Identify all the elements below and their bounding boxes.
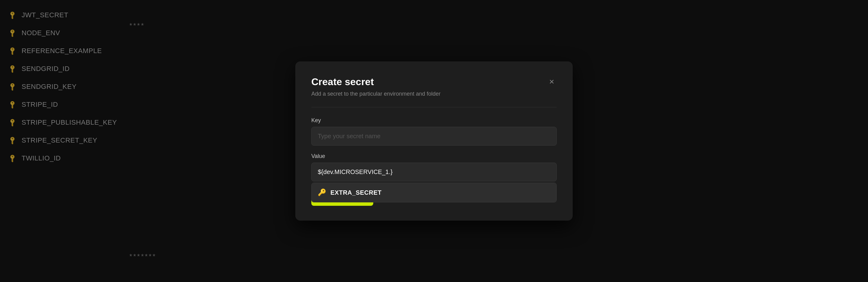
autocomplete-item-extra-secret[interactable]: 🔑 EXTRA_SECRET (312, 183, 556, 202)
modal-subtitle: Add a secret to the particular environme… (311, 91, 557, 97)
modal-overlay: Create secret × Add a secret to the part… (0, 0, 868, 282)
modal-header: Create secret × (311, 76, 557, 88)
modal-title: Create secret (311, 76, 374, 88)
autocomplete-item-label: EXTRA_SECRET (331, 189, 381, 196)
autocomplete-dropdown: 🔑 EXTRA_SECRET (311, 182, 557, 202)
close-button[interactable]: × (547, 76, 557, 87)
modal-divider (311, 107, 557, 107)
key-form-group: Key (311, 117, 557, 146)
value-label: Value (311, 153, 557, 160)
value-input[interactable] (311, 163, 557, 181)
key-input[interactable] (311, 127, 557, 146)
autocomplete-key-icon: 🔑 (318, 189, 326, 197)
autocomplete-container: 🔑 EXTRA_SECRET (311, 163, 557, 181)
create-secret-modal: Create secret × Add a secret to the part… (295, 61, 573, 221)
value-form-group: Value 🔑 EXTRA_SECRET (311, 153, 557, 181)
key-label: Key (311, 117, 557, 124)
